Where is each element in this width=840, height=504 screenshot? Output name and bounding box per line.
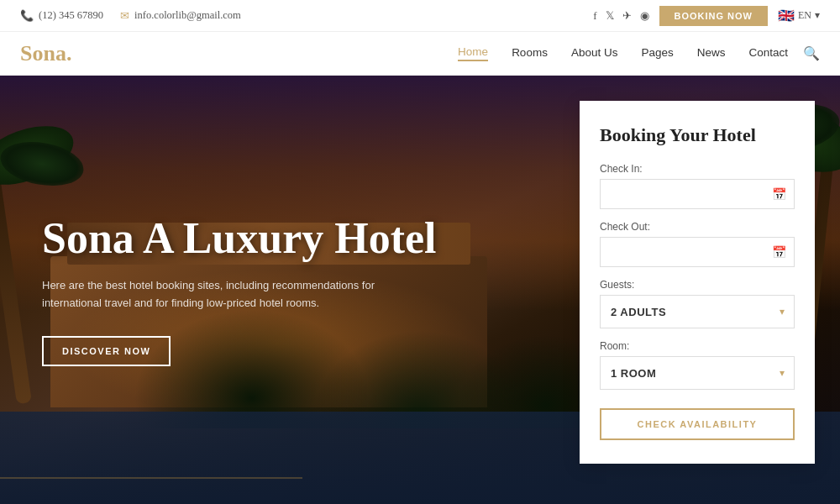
room-label: Room: <box>600 340 795 352</box>
nav-pages[interactable]: Pages <box>641 46 673 60</box>
guests-group: Guests: 2 ADULTS 1 ADULT 3 ADULTS 4 ADUL… <box>600 279 795 328</box>
language-selector[interactable]: 🇬🇧 EN ▾ <box>778 8 820 24</box>
booking-panel: Booking Your Hotel Check In: 📅 Check Out… <box>580 101 815 464</box>
nav-bar: Sona. Home Rooms About Us Pages News Con… <box>0 32 840 76</box>
booking-now-button[interactable]: BOOKING NOW <box>659 6 769 26</box>
social-icons: f 𝕏 ✈ ◉ <box>593 9 648 23</box>
checkout-input[interactable] <box>600 237 795 267</box>
email-contact: ✉ info.colorlib@gmail.com <box>120 9 241 23</box>
logo-text: Sona <box>20 41 66 66</box>
top-bar: 📞 (12) 345 67890 ✉ info.colorlib@gmail.c… <box>0 0 840 32</box>
top-bar-right: f 𝕏 ✈ ◉ BOOKING NOW 🇬🇧 EN ▾ <box>593 6 820 26</box>
guests-select[interactable]: 2 ADULTS 1 ADULT 3 ADULTS 4 ADULTS <box>600 295 795 328</box>
lang-label: EN <box>798 9 811 22</box>
main-nav: Home Rooms About Us Pages News Contact <box>458 45 788 61</box>
room-select-wrapper: 1 ROOM 2 ROOMS 3 ROOMS ▾ <box>600 356 795 390</box>
checkin-input-wrapper: 📅 <box>600 179 795 209</box>
checkout-label: Check Out: <box>600 221 795 233</box>
instagram-icon[interactable]: ◉ <box>640 9 649 23</box>
hero-content: Sona A Luxury Hotel Here are the best ho… <box>0 76 538 504</box>
phone-number: (12) 345 67890 <box>39 9 103 22</box>
checkout-input-wrapper: 📅 <box>600 237 795 267</box>
nav-home[interactable]: Home <box>458 45 488 61</box>
logo-dot: . <box>66 41 72 66</box>
top-bar-left: 📞 (12) 345 67890 ✉ info.colorlib@gmail.c… <box>20 9 241 23</box>
guests-label: Guests: <box>600 279 795 291</box>
room-group: Room: 1 ROOM 2 ROOMS 3 ROOMS ▾ <box>600 340 795 390</box>
flag-icon: 🇬🇧 <box>778 8 795 24</box>
search-button[interactable]: 🔍 <box>803 45 820 61</box>
guests-select-wrapper: 2 ADULTS 1 ADULT 3 ADULTS 4 ADULTS ▾ <box>600 295 795 328</box>
twitter-icon[interactable]: 𝕏 <box>606 9 614 23</box>
nav-rooms[interactable]: Rooms <box>512 46 548 60</box>
facebook-icon[interactable]: f <box>593 9 596 23</box>
checkin-input[interactable] <box>600 179 795 209</box>
checkin-label: Check In: <box>600 163 795 175</box>
nav-contact[interactable]: Contact <box>748 46 788 60</box>
email-icon: ✉ <box>120 9 129 23</box>
check-availability-button[interactable]: CHECK AVAILABILITY <box>600 408 795 440</box>
hero-title: Sona A Luxury Hotel <box>42 213 496 264</box>
discover-button[interactable]: DISCOVER NOW <box>42 336 171 366</box>
lang-dropdown-icon: ▾ <box>815 9 820 22</box>
hero-subtitle: Here are the best hotel booking sites, i… <box>42 277 395 312</box>
site-logo[interactable]: Sona. <box>20 41 71 66</box>
email-address: info.colorlib@gmail.com <box>134 9 241 22</box>
phone-contact: 📞 (12) 345 67890 <box>20 9 103 23</box>
nav-news[interactable]: News <box>697 46 726 60</box>
booking-title: Booking Your Hotel <box>600 124 795 146</box>
checkout-group: Check Out: 📅 <box>600 221 795 267</box>
checkin-group: Check In: 📅 <box>600 163 795 209</box>
tripadvisor-icon[interactable]: ✈ <box>622 9 632 23</box>
hero-section: Sona A Luxury Hotel Here are the best ho… <box>0 76 840 504</box>
nav-about[interactable]: About Us <box>571 46 618 60</box>
room-select[interactable]: 1 ROOM 2 ROOMS 3 ROOMS <box>600 356 795 390</box>
phone-icon: 📞 <box>20 9 34 23</box>
